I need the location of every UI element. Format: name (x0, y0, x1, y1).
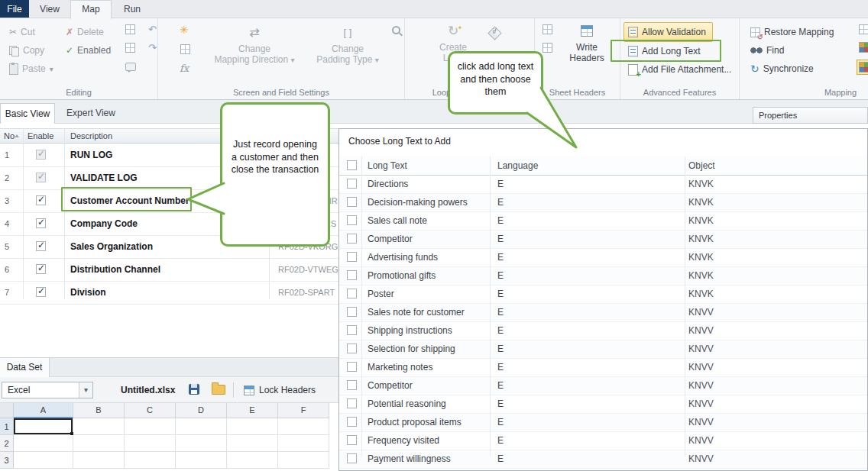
cell-a1[interactable] (14, 418, 73, 435)
mapper-row[interactable]: 6Distribution ChannelRF02D-VTWEG (0, 259, 359, 282)
enable-checkbox[interactable] (36, 218, 46, 228)
cell-e2[interactable] (227, 435, 278, 452)
column-header-a[interactable]: A (14, 403, 73, 418)
column-header-f[interactable]: F (278, 403, 329, 418)
tab-run[interactable]: Run (112, 0, 153, 18)
cell-d2[interactable] (176, 435, 227, 452)
cell-b2[interactable] (73, 435, 125, 452)
row-checkbox[interactable] (347, 380, 357, 390)
row-checkbox[interactable] (347, 307, 357, 317)
row-header-1[interactable]: 1 (0, 418, 14, 435)
format-select[interactable]: Excel ▾ (2, 382, 93, 398)
cell-b1[interactable] (73, 418, 125, 435)
tab-basic-view[interactable]: Basic View (0, 103, 55, 124)
enable-checkbox[interactable] (36, 264, 46, 274)
row-checkbox[interactable] (347, 234, 357, 244)
long-text-row[interactable]: Shipping instructionsEKNVV (339, 322, 867, 340)
long-text-row[interactable]: CompetitorEKNVV (339, 377, 867, 395)
enable-checkbox[interactable] (36, 287, 46, 297)
column-header-description[interactable]: Description (70, 131, 112, 140)
row-checkbox[interactable] (347, 453, 357, 463)
column-header-d[interactable]: D (176, 403, 227, 418)
cell-a2[interactable] (14, 435, 73, 452)
row-checkbox[interactable] (347, 179, 357, 189)
edge-tool-icon-1[interactable] (859, 24, 868, 34)
tab-data-set[interactable]: Data Set (0, 358, 50, 377)
paste-button[interactable]: Paste▾ (9, 61, 53, 76)
long-text-row[interactable]: Marketing notesEKNVV (339, 359, 867, 377)
mapper-row[interactable]: 7DivisionRF02D-SPART (0, 282, 359, 305)
row-checkbox[interactable] (347, 270, 357, 280)
column-header-enable[interactable]: Enable (28, 131, 53, 140)
long-text-row[interactable]: Potential reasoningEKNVV (339, 395, 867, 414)
cut-button[interactable]: ✂Cut (9, 24, 35, 40)
tab-view[interactable]: View (29, 0, 70, 18)
long-text-row[interactable]: Sales note for customerEKNVV (339, 304, 867, 322)
cell-d3[interactable] (176, 452, 227, 469)
row-checkbox[interactable] (347, 344, 357, 353)
save-icon[interactable] (189, 384, 199, 395)
table-import-icon[interactable] (125, 43, 135, 53)
row-checkbox[interactable] (347, 362, 357, 372)
long-text-row[interactable]: Decision-making powersEKNVK (339, 194, 867, 212)
edge-tool-toggle[interactable] (857, 60, 868, 75)
row-header-2[interactable]: 2 (0, 435, 14, 452)
restore-mapping-button[interactable]: Restore Mapping (750, 24, 834, 40)
long-text-row[interactable]: DirectionsEKNVK (339, 176, 867, 194)
long-text-row[interactable]: Promotional giftsEKNVK (339, 267, 867, 286)
tab-expert-view[interactable]: Expert View (55, 103, 127, 124)
lock-headers-button[interactable]: Lock Headers (239, 381, 320, 399)
row-checkbox[interactable] (347, 289, 357, 298)
row-checkbox[interactable] (347, 435, 357, 445)
sheet-grid-icon[interactable] (542, 24, 552, 34)
table-export-icon[interactable] (125, 24, 135, 34)
function-icon[interactable]: fx (180, 63, 189, 74)
enabled-button[interactable]: ✓Enabled (66, 43, 111, 58)
column-header-e[interactable]: E (227, 403, 278, 418)
tab-file[interactable]: File (0, 0, 29, 18)
synchronize-button[interactable]: ↻Synchronize (750, 61, 814, 76)
cell-f1[interactable] (278, 418, 329, 435)
comment-icon[interactable] (125, 63, 136, 71)
cell-c1[interactable] (125, 418, 176, 435)
column-header-language[interactable]: Language (497, 160, 538, 171)
change-mapping-direction-button[interactable]: ⇄ Change Mapping Direction ▾ (209, 23, 300, 66)
row-checkbox[interactable] (347, 417, 357, 427)
enable-checkbox[interactable] (36, 195, 46, 205)
column-header-object[interactable]: Object (688, 160, 715, 171)
enable-checkbox[interactable] (36, 150, 46, 160)
find-button[interactable]: Find (750, 43, 784, 58)
tab-map[interactable]: Map (70, 0, 112, 19)
enable-checkbox[interactable] (36, 241, 46, 251)
cell-a3[interactable] (14, 452, 73, 469)
long-text-row[interactable]: Selection for shippingEKNVV (339, 340, 867, 359)
long-text-row[interactable]: CompetitorEKNVK (339, 231, 867, 249)
write-headers-button[interactable]: Write Headers (562, 21, 611, 63)
long-text-row[interactable]: Advertising fundsEKNVK (339, 249, 867, 267)
field-grid-icon[interactable] (180, 44, 190, 54)
long-text-row[interactable]: Payment willingnessEKNVV (339, 450, 867, 469)
row-checkbox[interactable] (347, 398, 357, 408)
starburst-icon[interactable]: ✳ (180, 24, 189, 35)
copy-button[interactable]: Copy (9, 43, 44, 58)
long-text-row[interactable]: Frequency visitedEKNVV (339, 432, 867, 450)
row-checkbox[interactable] (347, 252, 357, 262)
long-text-row[interactable]: Product proposal itemsEKNVV (339, 414, 867, 432)
cell-f2[interactable] (278, 435, 329, 452)
row-checkbox[interactable] (347, 325, 357, 335)
column-header-c[interactable]: C (125, 403, 176, 418)
row-checkbox[interactable] (347, 215, 357, 225)
column-header-long-text[interactable]: Long Text (368, 160, 407, 171)
select-all-checkbox[interactable] (347, 160, 357, 170)
cell-c2[interactable] (125, 435, 176, 452)
edge-tool-icon-2[interactable] (859, 42, 868, 53)
column-header-b[interactable]: B (73, 403, 125, 418)
enable-checkbox[interactable] (36, 173, 46, 182)
row-header-3[interactable]: 3 (0, 452, 14, 469)
magnifier-icon[interactable] (392, 26, 400, 34)
add-file-attachment-button[interactable]: Add File Attachment... (628, 62, 731, 77)
create-condition-button[interactable]: if (487, 26, 501, 40)
long-text-row[interactable]: PosterEKNVK (339, 286, 867, 304)
sheet-edit-icon[interactable] (542, 43, 552, 53)
cell-e1[interactable] (227, 418, 278, 435)
